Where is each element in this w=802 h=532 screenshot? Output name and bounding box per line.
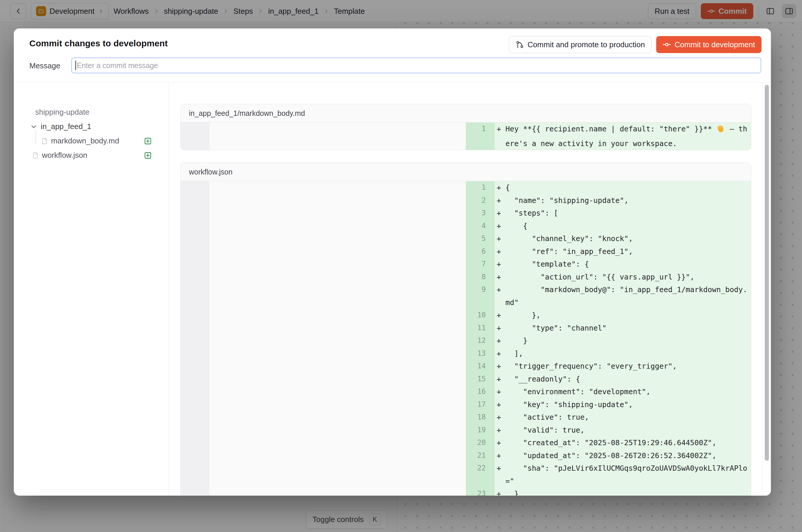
- tree-item-workflow-json[interactable]: workflow.json: [14, 148, 169, 163]
- line-number: 18: [466, 411, 495, 424]
- diff-line: 5+ "channel_key": "knock",: [466, 232, 751, 245]
- message-label: Message: [29, 61, 60, 70]
- file-icon: [41, 137, 48, 145]
- line-number: 7: [466, 258, 495, 271]
- diff-line-text: + ],: [495, 347, 751, 360]
- scrollbar-thumb[interactable]: [765, 85, 769, 461]
- diff-line-text: + "steps": [: [495, 207, 751, 220]
- tree-item-label: in_app_feed_1: [41, 122, 91, 131]
- diff-line: 12+ }: [466, 334, 751, 347]
- line-number: 16: [466, 385, 495, 398]
- diff-line: 15+ "__readonly": {: [466, 373, 751, 386]
- line-number: 3: [466, 207, 495, 220]
- diff-line: 17+ "key": "shipping-update",: [466, 398, 751, 411]
- commit-message-input[interactable]: Enter a commit message: [71, 57, 761, 73]
- diff-card: in_app_feed_1/markdown_body.md1+ Hey **{…: [181, 104, 751, 150]
- diff-body: 1+ Hey **{{ recipient.name | default: "t…: [181, 122, 751, 150]
- diff-new-side: 1+ {2+ "name": "shipping-update",3+ "ste…: [466, 181, 751, 496]
- tree-item-workflow[interactable]: shipping-update: [14, 105, 169, 119]
- diff-body: 1+ {2+ "name": "shipping-update",3+ "ste…: [181, 181, 751, 496]
- diff-line: 21+ "updated_at": "2025-08-26T20:26:52.3…: [466, 449, 751, 462]
- diff-line: 1+ Hey **{{ recipient.name | default: "t…: [466, 122, 751, 150]
- diff-filename: workflow.json: [181, 163, 751, 181]
- line-number: 15: [466, 373, 495, 386]
- commit-message-placeholder: Enter a commit message: [77, 61, 158, 70]
- added-file-icon: [144, 137, 152, 145]
- diff-line-text: + "markdown_body@": "in_app_feed_1/markd…: [495, 283, 751, 309]
- diff-line-text: + "active": true,: [495, 411, 751, 424]
- diff-line-text: + "template": {: [495, 258, 751, 271]
- diff-line-text: + Hey **{{ recipient.name | default: "th…: [495, 122, 751, 150]
- diff-line: 1+ {: [466, 181, 751, 194]
- commit-and-promote-button[interactable]: Commit and promote to production: [509, 36, 652, 53]
- diff-line-text: + "action_url": "{{ vars.app_url }}",: [495, 271, 751, 284]
- chevron-down-icon: [30, 123, 37, 130]
- diff-line: 9+ "markdown_body@": "in_app_feed_1/mark…: [466, 283, 751, 309]
- file-icon: [32, 152, 39, 159]
- diff-line: 10+ },: [466, 309, 751, 322]
- line-number: 23: [466, 488, 495, 496]
- line-number: 2: [466, 194, 495, 207]
- diff-line-text: + "created_at": "2025-08-25T19:29:46.644…: [495, 436, 751, 449]
- modal-body: shipping-update in_app_feed_1 markdown_b…: [14, 82, 771, 496]
- commit-modal: Commit changes to development Commit and…: [14, 28, 771, 496]
- diff-line: 8+ "action_url": "{{ vars.app_url }}",: [466, 271, 751, 284]
- diff-line: 14+ "trigger_frequency": "every_trigger"…: [466, 360, 751, 373]
- line-number: 4: [466, 220, 495, 232]
- tree-connector-line: [36, 130, 36, 144]
- diff-line: 13+ ],: [466, 347, 751, 360]
- line-number: 12: [466, 334, 495, 347]
- diff-line: 19+ "valid": true,: [466, 424, 751, 437]
- line-number: 6: [466, 245, 495, 258]
- diff-new-side: 1+ Hey **{{ recipient.name | default: "t…: [466, 122, 751, 150]
- diff-line-text: + "name": "shipping-update",: [495, 194, 751, 207]
- diff-line: 11+ "type": "channel": [466, 322, 751, 335]
- scrollbar-track[interactable]: [762, 82, 771, 496]
- line-number: 22: [466, 462, 495, 488]
- diff-line-text: + {: [495, 181, 751, 194]
- git-commit-icon: [663, 40, 671, 49]
- diff-line: 16+ "environment": "development",: [466, 385, 751, 398]
- commit-to-development-button[interactable]: Commit to development: [656, 36, 762, 53]
- diff-line-text: + "environment": "development",: [495, 385, 751, 398]
- modal-title: Commit changes to development: [29, 38, 168, 49]
- diff-old-side: [181, 181, 466, 496]
- modal-actions: Commit and promote to production Commit …: [509, 36, 762, 53]
- commit-to-development-label: Commit to development: [674, 40, 755, 49]
- line-number: 19: [466, 424, 495, 437]
- diff-list: in_app_feed_1/markdown_body.md1+ Hey **{…: [181, 104, 751, 496]
- text-caret: [75, 61, 76, 70]
- diff-line-text: + "valid": true,: [495, 424, 751, 437]
- commit-and-promote-label: Commit and promote to production: [527, 40, 645, 49]
- diff-line: 18+ "active": true,: [466, 411, 751, 424]
- line-number: 1: [466, 122, 495, 150]
- line-number: 1: [466, 181, 495, 194]
- tree-item-step[interactable]: in_app_feed_1: [14, 119, 169, 134]
- app-root: Development Workflows shipping-update St…: [0, 0, 802, 532]
- line-number: 11: [466, 322, 495, 335]
- line-number: 5: [466, 232, 495, 245]
- diff-line: 20+ "created_at": "2025-08-25T19:29:46.6…: [466, 436, 751, 449]
- tree-item-label: markdown_body.md: [51, 136, 119, 146]
- diff-line: 22+ "sha": "pJeLVir6xIlUCMGqs9qroZoUAVDS…: [466, 462, 751, 488]
- file-tree: shipping-update in_app_feed_1 markdown_b…: [14, 105, 169, 163]
- diff-line: 2+ "name": "shipping-update",: [466, 194, 751, 207]
- tree-item-markdown-file[interactable]: markdown_body.md: [14, 134, 169, 148]
- diff-line-text: + }: [495, 488, 751, 496]
- sidebar-divider: [169, 82, 169, 496]
- diff-line-text: + "sha": "pJeLVir6xIlUCMGqs9qroZoUAVDSwA…: [495, 462, 751, 488]
- diff-line-text: + "key": "shipping-update",: [495, 398, 751, 411]
- diff-card: workflow.json1+ {2+ "name": "shipping-up…: [181, 163, 751, 496]
- diff-line: 4+ {: [466, 220, 751, 232]
- diff-line: 7+ "template": {: [466, 258, 751, 271]
- line-number: 9: [466, 283, 495, 309]
- git-branch-icon: [516, 40, 524, 49]
- diff-line-text: + "__readonly": {: [495, 373, 751, 386]
- diff-filename: in_app_feed_1/markdown_body.md: [181, 104, 751, 122]
- line-number: 10: [466, 309, 495, 322]
- diff-old-side: [181, 122, 466, 150]
- diff-line: 23+ }: [466, 488, 751, 496]
- line-number: 20: [466, 436, 495, 449]
- diff-line-text: + }: [495, 334, 751, 347]
- tree-item-label: workflow.json: [42, 151, 88, 160]
